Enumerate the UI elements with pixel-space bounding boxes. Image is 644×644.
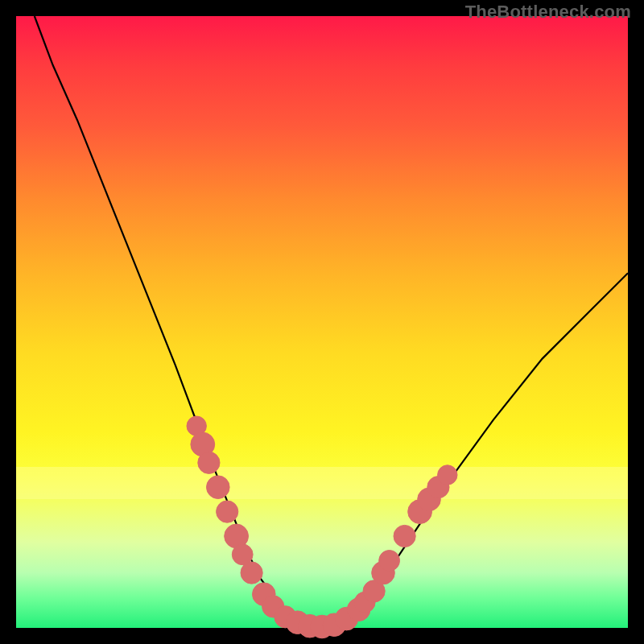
curve-marker <box>241 562 262 584</box>
curve-marker <box>217 501 238 522</box>
curve-marker <box>394 525 415 547</box>
curve-marker <box>198 452 220 473</box>
curve-marker <box>207 476 230 499</box>
bottleneck-curve-svg <box>16 16 628 628</box>
bottleneck-curve <box>35 16 628 628</box>
curve-marker <box>438 465 457 485</box>
curve-marker <box>379 551 400 572</box>
chart-frame: TheBottleneck.com <box>0 0 644 644</box>
watermark-text: TheBottleneck.com <box>465 2 631 23</box>
